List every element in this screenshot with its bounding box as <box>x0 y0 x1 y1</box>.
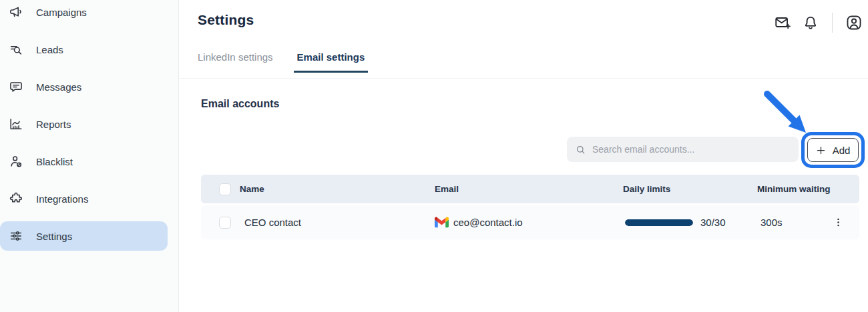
header-divider <box>832 13 833 33</box>
email-accounts-table: Name Email Daily limits Minimum waiting … <box>201 175 859 239</box>
main-content: Settings LinkedIn settings Email setting… <box>180 0 868 312</box>
sidebar-item-label: Settings <box>36 231 72 242</box>
chat-bubble-icon <box>9 79 23 94</box>
chart-icon <box>9 117 23 131</box>
tab-linkedin-settings[interactable]: LinkedIn settings <box>194 51 276 73</box>
puzzle-icon <box>9 191 23 206</box>
section-title: Email accounts <box>201 98 279 110</box>
row-checkbox[interactable] <box>219 217 231 229</box>
mail-plus-icon[interactable] <box>774 14 791 31</box>
column-header-email: Email <box>435 184 623 194</box>
sidebar-item-blacklist[interactable]: Blacklist <box>0 147 168 176</box>
annotation-arrow <box>762 89 814 139</box>
sidebar: Campaigns Leads Messages Reports <box>0 0 179 312</box>
sidebar-nav: Campaigns Leads Messages Reports <box>0 0 178 259</box>
column-header-minimum-waiting: Minimum waiting <box>757 184 829 194</box>
column-header-daily-limits: Daily limits <box>623 184 757 194</box>
settings-tabs: LinkedIn settings Email settings <box>194 51 368 73</box>
row-menu-kebab-icon[interactable] <box>830 214 847 231</box>
user-block-icon <box>9 154 23 169</box>
add-button-label: Add <box>833 145 851 156</box>
sidebar-item-integrations[interactable]: Integrations <box>0 184 168 213</box>
add-button[interactable]: Add <box>807 138 859 162</box>
sidebar-item-settings[interactable]: Settings <box>0 221 168 251</box>
bell-icon[interactable] <box>802 14 819 31</box>
plus-icon <box>816 145 826 155</box>
sidebar-item-messages[interactable]: Messages <box>0 72 168 101</box>
search-input[interactable] <box>592 144 791 155</box>
user-avatar-icon[interactable] <box>845 14 863 31</box>
lead-search-icon <box>9 42 23 57</box>
search-bar <box>567 137 799 162</box>
add-button-highlight: Add <box>801 132 865 168</box>
account-name: CEO contact <box>240 217 435 228</box>
gmail-icon <box>435 215 449 229</box>
sidebar-item-campaigns[interactable]: Campaigns <box>0 0 168 27</box>
search-icon <box>575 144 586 155</box>
table-header-row: Name Email Daily limits Minimum waiting <box>201 175 859 203</box>
megaphone-icon <box>9 5 23 19</box>
sidebar-item-label: Reports <box>36 119 71 130</box>
table-row: CEO contact ceo@contact.io <box>201 205 859 239</box>
tabbar-divider <box>180 78 868 79</box>
tab-email-settings[interactable]: Email settings <box>294 51 369 73</box>
daily-limit-progress-bar <box>625 219 693 226</box>
minimum-waiting-value: 300s <box>757 217 829 228</box>
header-actions <box>774 13 863 33</box>
sidebar-item-label: Leads <box>36 44 63 55</box>
sidebar-item-leads[interactable]: Leads <box>0 35 168 64</box>
daily-limit-value: 30/30 <box>700 217 726 228</box>
sliders-icon <box>9 229 23 243</box>
sidebar-item-reports[interactable]: Reports <box>0 109 168 139</box>
account-email: ceo@contact.io <box>453 217 523 228</box>
sidebar-item-label: Campaigns <box>36 7 87 18</box>
sidebar-item-label: Integrations <box>36 193 88 205</box>
select-all-checkbox[interactable] <box>219 183 231 195</box>
sidebar-item-label: Messages <box>36 81 81 93</box>
column-header-name: Name <box>240 184 435 194</box>
sidebar-item-label: Blacklist <box>36 156 73 167</box>
page-title: Settings <box>198 12 254 28</box>
